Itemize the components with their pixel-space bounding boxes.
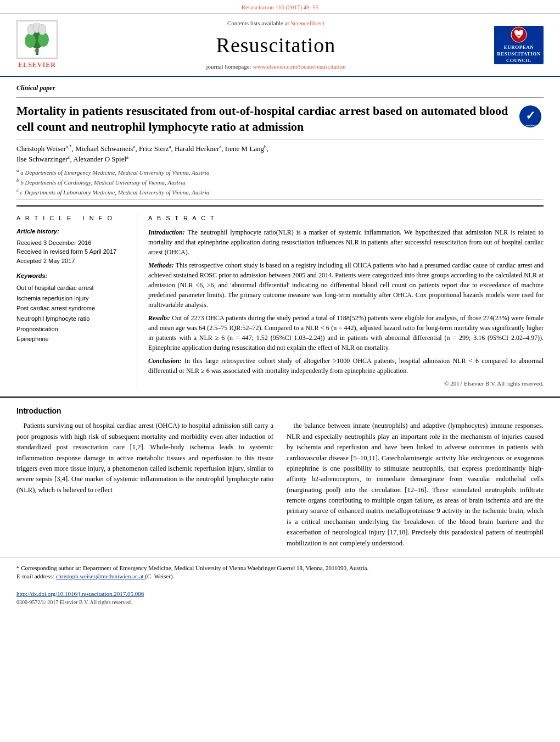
abstract-text: Introduction: The neutrophil lymphocyte … xyxy=(148,227,544,388)
abstract-results: Results: Out of 2273 OHCA patients durin… xyxy=(148,313,544,353)
keyword-2: Ischemia reperfusion injury xyxy=(16,293,126,304)
received-date: Received 3 December 2016 xyxy=(16,238,126,248)
page: Resuscitation 116 (2017) 49–55 E xyxy=(0,0,560,742)
contents-line: Contents lists available at ScienceDirec… xyxy=(58,19,494,28)
methods-text: This retrospective cohort study is based… xyxy=(148,261,544,309)
doi-line: http://dx.doi.org/10.1016/j.resuscitatio… xyxy=(0,587,560,599)
article-info-heading: A R T I C L E I N F O xyxy=(16,214,126,223)
abstract-methods: Methods: This retrospective cohort study… xyxy=(148,260,544,310)
intro-para-2: the balance between innate (neutrophils)… xyxy=(287,421,544,549)
journal-center: Contents lists available at ScienceDirec… xyxy=(58,19,494,71)
intro-col-right: the balance between innate (neutrophils)… xyxy=(287,421,544,552)
affiliations: a a Departments of Emergency Medicine, M… xyxy=(16,167,544,197)
conclusion-text: In this large retrospective cohort study… xyxy=(148,357,544,375)
email-address: christoph.weiser@meduniwien.ac.at xyxy=(55,573,143,579)
introduction-heading: Introduction xyxy=(16,405,544,416)
doi-link[interactable]: http://dx.doi.org/10.1016/j.resuscitatio… xyxy=(16,590,144,597)
article-type: Clinical paper xyxy=(16,77,544,98)
journal-title: Resuscitation xyxy=(58,30,494,60)
email-label: E-mail address: xyxy=(16,573,54,579)
footnote-star-note: * Corresponding author at: Department of… xyxy=(16,564,544,573)
sciencedirect-link[interactable]: ScienceDirect xyxy=(290,20,324,26)
elsevier-brand-text: ELSEVIER xyxy=(18,60,56,70)
abstract-conclusion: Conclusion: In this large retrospective … xyxy=(148,356,544,376)
erc-text: EUROPEANRESUSCITATIONCOUNCIL xyxy=(497,44,541,64)
keyword-6: Epinephrine xyxy=(16,334,126,344)
homepage-link[interactable]: www.elsevier.com/locate/resuscitation xyxy=(253,63,345,70)
affiliation-c: c c Departments of Laboratory Medicine, … xyxy=(16,187,544,197)
elsevier-logo-box xyxy=(16,20,58,59)
intro-label: Introduction: xyxy=(148,228,185,236)
doi-url: http://dx.doi.org/10.1016/j.resuscitatio… xyxy=(16,590,144,597)
svg-text:CrossMark: CrossMark xyxy=(524,124,537,127)
affiliation-a: a a Departments of Emergency Medicine, M… xyxy=(16,167,544,177)
article-title-section: Mortality in patients resuscitated from … xyxy=(16,98,544,140)
homepage-line: journal homepage: www.elsevier.com/locat… xyxy=(58,63,494,71)
conclusion-label: Conclusion: xyxy=(148,357,182,365)
affiliation-b: b b Departments of Cardiology, Medical U… xyxy=(16,177,544,187)
keywords-label: Keywords: xyxy=(16,272,126,281)
article-info-col: A R T I C L E I N F O Article history: R… xyxy=(16,214,137,388)
accepted-date: Accepted 2 May 2017 xyxy=(16,256,126,266)
results-text: Out of 2273 OHCA patients during the stu… xyxy=(148,314,544,352)
intro-col-left: Patients surviving out of hospital cardi… xyxy=(16,421,273,552)
crossmark-icon: ✓ CrossMark xyxy=(518,104,542,129)
abstract-col: A B S T R A C T Introduction: The neutro… xyxy=(137,214,544,388)
erc-logo: ♥ EUROPEANRESUSCITATIONCOUNCIL xyxy=(494,26,544,64)
journal-ref-text: Resuscitation 116 (2017) 49–55 xyxy=(242,4,318,10)
svg-point-7 xyxy=(38,24,46,35)
homepage-url: www.elsevier.com/locate/resuscitation xyxy=(253,63,345,70)
sciencedirect-text: ScienceDirect xyxy=(290,20,324,26)
elsevier-logo: ELSEVIER xyxy=(16,20,58,70)
intro-para-1: Patients surviving out of hospital cardi… xyxy=(16,421,273,495)
results-label: Results: xyxy=(148,314,170,322)
authors-line: Christoph Weisera,*, Michael Schwameisa,… xyxy=(16,144,544,165)
email-link[interactable]: christoph.weiser@meduniwien.ac.at xyxy=(55,573,145,579)
journal-reference: Resuscitation 116 (2017) 49–55 xyxy=(0,0,560,14)
introduction-section: Introduction Patients surviving out of h… xyxy=(0,398,560,552)
keyword-4: Neutrophil lymphocyte ratio xyxy=(16,314,126,324)
keyword-1: Out of hospital cardiac arrest xyxy=(16,283,126,293)
copyright-line: © 2017 Elsevier B.V. All rights reserved… xyxy=(148,379,544,388)
erc-heart-icon: ♥ xyxy=(511,26,527,43)
abstract-intro: Introduction: The neutrophil lymphocyte … xyxy=(148,227,544,257)
homepage-label: journal homepage: xyxy=(206,63,251,70)
star-note-text: * Corresponding author at: Department of… xyxy=(16,565,368,571)
issn-line: 0300-9572/© 2017 Elsevier B.V. All right… xyxy=(0,599,560,611)
article-history-label: Article history: xyxy=(16,227,126,236)
intro-col2-text: the balance between innate (neutrophils)… xyxy=(287,422,544,546)
footnote-section: * Corresponding author at: Department of… xyxy=(0,557,560,587)
svg-text:✓: ✓ xyxy=(525,109,535,122)
erc-logo-box: ♥ EUROPEANRESUSCITATIONCOUNCIL xyxy=(494,26,544,64)
contents-label: Contents lists available at xyxy=(227,20,289,26)
svg-rect-4 xyxy=(35,49,39,52)
intro-two-col: Patients surviving out of hospital cardi… xyxy=(16,421,544,552)
article-content: Clinical paper Mortality in patients res… xyxy=(0,77,560,388)
intro-text: The neutrophil lymphocyte ratio(NLR) is … xyxy=(148,228,544,256)
journal-header: ELSEVIER Contents lists available at Sci… xyxy=(0,14,560,77)
svg-point-2 xyxy=(25,34,36,48)
intro-col1-text: Patients surviving out of hospital cardi… xyxy=(16,422,273,493)
article-title-text: Mortality in patients resuscitated from … xyxy=(16,103,509,135)
abstract-heading: A B S T R A C T xyxy=(148,214,544,223)
crossmark-badge[interactable]: ✓ CrossMark xyxy=(517,103,544,130)
methods-label: Methods: xyxy=(148,261,174,269)
keyword-3: Post cardiac arrest syndrome xyxy=(16,303,126,314)
email-suffix: (C. Weiser). xyxy=(145,573,174,579)
received-revised-date: Received in revised form 5 April 2017 xyxy=(16,247,126,256)
article-title: Mortality in patients resuscitated from … xyxy=(16,103,509,135)
authors-section: Christoph Weisera,*, Michael Schwameisa,… xyxy=(16,140,544,199)
keywords-list: Out of hospital cardiac arrest Ischemia … xyxy=(16,283,126,344)
footnote-email: E-mail address: christoph.weiser@meduniw… xyxy=(16,572,544,581)
elsevier-tree-icon xyxy=(19,23,55,56)
two-col-layout: A R T I C L E I N F O Article history: R… xyxy=(16,205,544,388)
keyword-5: Prognostication xyxy=(16,324,126,334)
